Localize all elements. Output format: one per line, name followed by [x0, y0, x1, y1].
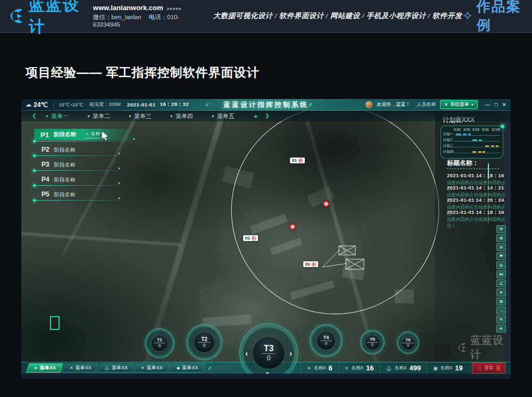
stage-item-p2[interactable]: P2阶段名称	[41, 146, 76, 154]
zoom-out-button[interactable]: ⊖	[496, 243, 506, 251]
gantt-row: 计划三	[443, 143, 500, 149]
logo-text: 蓝蓝设计	[29, 0, 86, 38]
target-tool-button[interactable]: ◎	[496, 261, 506, 269]
command-app-screenshot: 01 01 01 ☁ 24℃ 18℃~24℃ 能见度：200M 2021-01-…	[21, 99, 511, 379]
add-name-button[interactable]: ＋ 名称	[85, 131, 100, 138]
dial-next-button[interactable]: ›	[289, 349, 292, 358]
edit-tool-button[interactable]: ✎	[496, 316, 506, 324]
stage-item-p4[interactable]: P4阶段名称	[41, 176, 76, 184]
map-building	[270, 237, 302, 255]
page-title: 项目经验—— 军工指挥控制软件界面设计	[26, 64, 259, 81]
menu-item-3[interactable]: ▼菜单三	[128, 112, 152, 120]
app-topbar: ☁ 24℃ 18℃~24℃ 能见度：200M 2021-01-01 16：28：…	[21, 99, 511, 111]
menu-add-button[interactable]: ＋	[253, 112, 259, 120]
status-item-2[interactable]: ✕名称X16	[338, 362, 380, 374]
zoom-in-button[interactable]: ⊕	[496, 234, 506, 242]
user-name-label: 人员名称	[417, 101, 436, 108]
link-tool-button[interactable]: ⋈	[496, 270, 506, 278]
status-counters: ✈名称X6 ✕名称X16 ⚓名称X499 ▣名称X19 ⚠异常8	[301, 362, 511, 374]
menu-item-5[interactable]: ▼菜单五	[211, 112, 235, 120]
minimize-button[interactable]: —	[485, 102, 491, 107]
bottom-tab-2[interactable]: ✕菜单XX	[62, 363, 99, 373]
threat-diamond-icon[interactable]	[289, 223, 296, 230]
divider	[53, 102, 54, 107]
site-logo[interactable]: 蓝蓝设计	[7, 0, 86, 38]
deco-slashes: ∕∕∕∕	[310, 102, 311, 107]
dial-t4[interactable]: T40	[310, 324, 343, 357]
stage-underline	[34, 141, 134, 142]
stage-label: 阶段名称	[54, 131, 76, 138]
portfolio-label: 作品案例	[477, 0, 525, 35]
maximize-button[interactable]: □	[495, 102, 498, 107]
bottom-tab-4[interactable]: ✈菜单XX	[133, 363, 170, 373]
dial-t6[interactable]: T60	[397, 332, 419, 354]
dial-t3[interactable]: ‹ T30 › ▶	[239, 324, 298, 379]
move-tool-button[interactable]: ✛	[496, 225, 506, 233]
contact-line: 微信：ben_lanlan电话：010-63334945	[93, 13, 195, 29]
selection-rectangle	[51, 317, 59, 329]
dial-t5[interactable]: T50	[360, 330, 385, 354]
plane-tool-button[interactable]: ✈	[496, 325, 506, 333]
pin-tool-button[interactable]: ⚑	[496, 252, 506, 260]
lanlan-logo-icon	[7, 6, 24, 26]
menu-item-2[interactable]: ▼菜单二	[87, 112, 110, 120]
alert-counter[interactable]: ⚠异常8	[472, 362, 505, 374]
truck-icon: ▣	[433, 366, 438, 371]
bottom-tab-3[interactable]: ⚓菜单XX	[97, 363, 135, 373]
menu-next-arrow[interactable]: 》	[266, 112, 272, 120]
plane-icon: ✈	[307, 366, 311, 371]
map-marker-01[interactable]: 01	[303, 261, 318, 267]
bottom-tab-1[interactable]: ➤菜单XX	[26, 363, 63, 373]
bottom-tab-5[interactable]: ◆菜单XX	[169, 363, 206, 373]
close-icon: ✕	[444, 102, 448, 107]
log-scrollbar[interactable]	[488, 162, 489, 225]
forward-tool-button[interactable]: →	[496, 307, 506, 315]
map-marker-01[interactable]: 01	[290, 158, 305, 163]
services-list: 大数据可视化设计 / 软件界面设计 / 网站建设 / 手机及小程序设计 / 软件…	[213, 11, 462, 21]
menu-item-4[interactable]: ▼菜单四	[170, 112, 193, 120]
site-url[interactable]: www.lanlanwork.com▸▸▸▸▸	[93, 4, 195, 12]
unit-icon: ◆	[177, 366, 180, 370]
deco-slashes: ∕∕∕	[209, 366, 210, 371]
stage-item-p5[interactable]: P5阶段名称	[41, 191, 76, 198]
user-avatar[interactable]	[365, 101, 372, 108]
stage-item-p3[interactable]: P3阶段名称	[41, 161, 76, 169]
map-building	[250, 214, 287, 235]
unit-icon: ⚓	[104, 366, 110, 370]
stage-item-p1-active[interactable]: P1 阶段名称 ＋ 名称	[34, 129, 134, 140]
system-menu-label: 系统菜单	[450, 101, 469, 108]
visibility: 能见度：200M	[89, 101, 121, 108]
dial-t2[interactable]: T20	[186, 324, 222, 360]
zoom-out-icon: ⊖	[500, 245, 503, 250]
map-building	[290, 280, 335, 300]
portfolio-link[interactable]: ✧ 作品案例	[462, 0, 525, 35]
deco-slashes: ∕∕∕∕	[206, 102, 207, 107]
map-marker-01[interactable]: 01	[243, 235, 258, 241]
zoom-in-icon: ⊕	[500, 236, 503, 241]
target-dot-icon	[312, 262, 316, 267]
close-button[interactable]: ✕	[502, 102, 506, 107]
watermark: 蓝蓝设计	[456, 333, 511, 362]
pin-icon: ⚑	[499, 254, 503, 259]
menu-prev-arrow[interactable]: 《	[30, 112, 36, 120]
layers-tool-button[interactable]: ≣	[496, 297, 506, 305]
temp-range: 18℃~24℃	[59, 102, 84, 107]
gantt-row: 计划二	[443, 137, 500, 143]
welcome-text: 欢迎你，蓝蓝！	[377, 101, 410, 108]
menu-item-1[interactable]: ▼菜单一	[45, 112, 69, 120]
dial-t1[interactable]: T10	[145, 328, 174, 358]
plan-gantt-chart[interactable]: 0:003:006:009:0012:00 计划一 计划二 计划三 计划四	[440, 126, 503, 159]
gantt-time-axis: 0:003:006:009:0012:00	[443, 128, 500, 131]
stage-underline	[34, 185, 119, 186]
status-item-4[interactable]: ▣名称X19	[427, 362, 469, 374]
log-ticker	[447, 168, 500, 169]
status-item-1[interactable]: ✈名称X6	[301, 362, 338, 374]
status-item-3[interactable]: ⚓名称X499	[380, 362, 427, 374]
plane-icon: ✈	[500, 327, 503, 331]
route-tool-button[interactable]: ➤	[496, 288, 506, 296]
system-menu-button[interactable]: ✕ 系统菜单 ▾	[440, 100, 477, 109]
mouse-cursor-icon	[101, 131, 110, 141]
dial-prev-button[interactable]: ‹	[245, 349, 248, 358]
watermark-text: 蓝蓝设计	[470, 333, 511, 362]
measure-tool-button[interactable]: ∠	[496, 279, 506, 287]
